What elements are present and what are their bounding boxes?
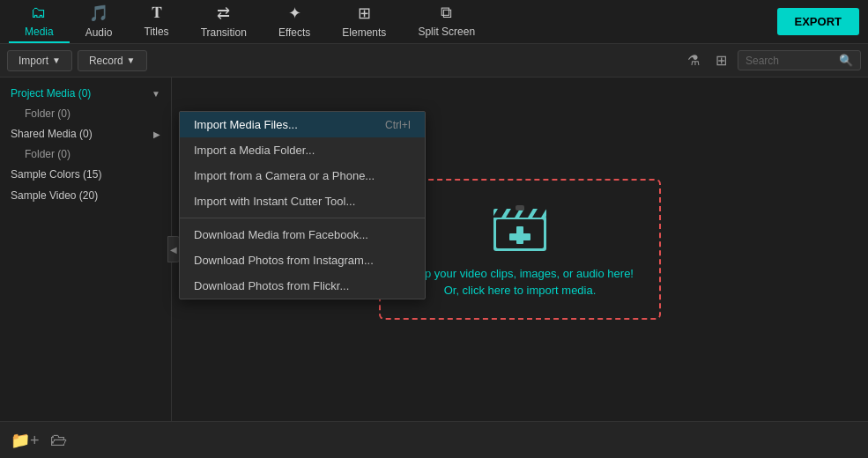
dropdown-import-cutter[interactable]: Import with Instant Cutter Tool...	[180, 188, 425, 214]
search-input[interactable]	[746, 55, 834, 67]
transition-icon: ⇄	[217, 4, 230, 23]
project-media-chevron: ▼	[152, 89, 160, 99]
dropdown-download-flickr[interactable]: Download Photos from Flickr...	[180, 273, 425, 299]
filter-icon[interactable]: ⚗	[682, 48, 705, 72]
import-chevron-icon: ▼	[52, 55, 61, 65]
dropdown-import-folder[interactable]: Import a Media Folder...	[180, 137, 425, 163]
nav-audio[interactable]: 🎵 Audio	[70, 0, 129, 44]
project-media-label: Project Media (0)	[11, 87, 91, 100]
svg-rect-9	[516, 205, 524, 211]
import-dropdown-menu: Import Media Files... Ctrl+I Import a Me…	[179, 111, 426, 299]
dropdown-import-camera[interactable]: Import from a Camera or a Phone...	[180, 163, 425, 188]
toolbar-row: Import ▼ Record ▼ ⚗ ⊞ 🔍	[0, 44, 868, 78]
add-folder-icon[interactable]: 📁+	[11, 431, 40, 450]
nav-effects[interactable]: ✦ Effects	[263, 0, 326, 44]
svg-rect-3	[509, 233, 530, 240]
dropdown-divider	[180, 218, 425, 218]
record-chevron-icon: ▼	[127, 55, 136, 65]
sidebar: Project Media (0) ▼ Folder (0) Shared Me…	[0, 78, 172, 421]
sidebar-item-folder[interactable]: Folder (0)	[0, 104, 171, 123]
record-button[interactable]: Record ▼	[78, 50, 147, 71]
audio-icon: 🎵	[89, 4, 108, 23]
clapperboard-icon	[489, 200, 551, 255]
folder-icon[interactable]: 🗁	[50, 430, 68, 450]
splitscreen-icon: ⧉	[441, 4, 452, 22]
top-nav: 🗂 Media 🎵 Audio 𝐓 Titles ⇄ Transition ✦ …	[0, 0, 868, 44]
dropdown-import-files[interactable]: Import Media Files... Ctrl+I	[180, 112, 425, 137]
sidebar-item-shared-media[interactable]: Shared Media (0) ▶	[0, 123, 171, 144]
nav-media[interactable]: 🗂 Media	[9, 0, 70, 43]
nav-titles[interactable]: 𝐓 Titles	[128, 0, 184, 43]
elements-icon: ⊞	[358, 4, 371, 23]
grid-icon[interactable]: ⊞	[710, 48, 732, 72]
sidebar-item-sample-colors[interactable]: Sample Colors (15)	[0, 164, 171, 185]
nav-elements[interactable]: ⊞ Elements	[326, 0, 402, 44]
sidebar-collapse-button[interactable]: ◀	[167, 236, 180, 262]
drop-zone-text: Drop your video clips, images, or audio …	[406, 265, 634, 299]
effects-icon: ✦	[288, 4, 301, 23]
shared-media-label: Shared Media (0)	[11, 128, 93, 140]
sidebar-item-project-media[interactable]: Project Media (0) ▼	[0, 83, 171, 104]
nav-transition[interactable]: ⇄ Transition	[185, 0, 263, 44]
center-area: Import Media Files... Ctrl+I Import a Me…	[172, 78, 868, 421]
sidebar-item-folder2[interactable]: Folder (0)	[0, 144, 171, 164]
dropdown-download-facebook[interactable]: Download Media from Facebook...	[180, 222, 425, 247]
export-button[interactable]: EXPORT	[777, 8, 859, 35]
sidebar-item-sample-video[interactable]: Sample Video (20)	[0, 185, 171, 206]
dropdown-download-instagram[interactable]: Download Photos from Instagram...	[180, 247, 425, 273]
titles-icon: 𝐓	[152, 4, 162, 22]
nav-splitscreen[interactable]: ⧉ Split Screen	[402, 0, 491, 43]
shared-media-chevron: ▶	[153, 129, 160, 139]
media-icon: 🗂	[31, 4, 47, 22]
import-button[interactable]: Import ▼	[7, 50, 72, 71]
search-box: 🔍	[738, 50, 861, 70]
search-icon: 🔍	[839, 54, 853, 67]
bottom-bar: 📁+ 🗁	[0, 421, 868, 458]
